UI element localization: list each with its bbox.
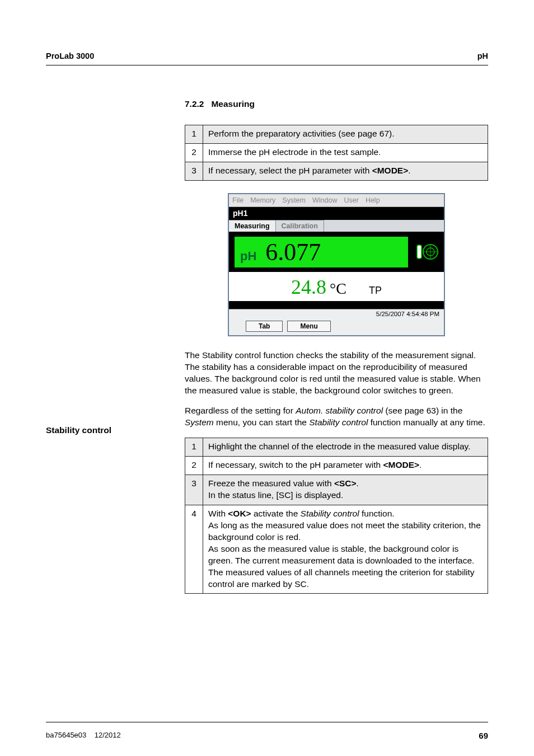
window-title: pH1 — [229, 207, 444, 220]
text: function. — [359, 509, 395, 518]
text: As long as the measured value does not m… — [208, 520, 481, 589]
menu-user[interactable]: User — [344, 196, 358, 204]
divider — [46, 65, 488, 65]
status-bar — [229, 301, 444, 309]
step-text: Freeze the measured value with <SC>. In … — [203, 475, 488, 505]
doc-id: ba75645e03 — [46, 731, 86, 739]
step-text: If necessary, select the pH parameter wi… — [203, 162, 488, 180]
page-number: 69 — [479, 731, 488, 740]
ph-value: 6.077 — [265, 238, 321, 266]
ph-reading: pH 6.077 — [235, 237, 408, 267]
step-text: If necessary, switch to the pH parameter… — [203, 457, 488, 475]
divider-bottom — [46, 722, 488, 722]
text: . — [408, 166, 410, 175]
text: If necessary, select the pH parameter wi… — [208, 166, 372, 175]
section-heading: 7.2.2 Measuring — [185, 99, 488, 109]
text: Regardless of the setting for — [185, 406, 296, 415]
step-text: Perform the preparatory activities (see … — [203, 125, 488, 144]
svg-rect-0 — [417, 245, 421, 259]
steps-table-1: 1 Perform the preparatory activities (se… — [185, 125, 488, 181]
text: activate the — [251, 509, 301, 518]
menubar: File Memory System Window User Help — [229, 194, 444, 207]
ph-label: pH — [240, 249, 256, 264]
tabs: Measuring Calibration — [229, 220, 444, 232]
text: . — [357, 478, 359, 488]
key-mode: <MODE> — [383, 460, 419, 469]
side-label-stability: Stability control — [46, 425, 111, 435]
step-text: Highlight the channel of the electrode i… — [203, 438, 488, 457]
tp-label: TP — [369, 285, 382, 297]
step-number: 2 — [185, 457, 203, 475]
key-sc: <SC> — [334, 478, 357, 488]
header-left: ProLab 3000 — [46, 51, 94, 60]
steps-table-2: 1 Highlight the channel of the electrode… — [185, 438, 488, 594]
menu-help[interactable]: Help — [366, 196, 380, 204]
temperature-value: 24.8 — [291, 276, 326, 298]
menu-memory[interactable]: Memory — [250, 196, 275, 204]
text: Freeze the measured value with — [208, 478, 334, 488]
menu-file[interactable]: File — [232, 196, 243, 204]
text-italic: Stability control — [301, 509, 359, 518]
menu-button[interactable]: Menu — [287, 321, 330, 332]
menu-system[interactable]: System — [282, 196, 306, 204]
paragraph: Regardless of the setting for Autom. sta… — [185, 405, 488, 429]
step-number: 4 — [185, 505, 203, 593]
menu-window[interactable]: Window — [312, 196, 337, 204]
step-number: 1 — [185, 125, 203, 144]
step-text: Immerse the pH electrode in the test sam… — [203, 143, 488, 162]
step-number: 3 — [185, 475, 203, 505]
paragraph: The Stability control function checks th… — [185, 350, 488, 397]
footer-left: ba75645e03 12/2012 — [46, 731, 121, 740]
text: . — [419, 460, 421, 469]
key-mode: <MODE> — [372, 166, 409, 175]
sensor-icon — [416, 241, 438, 262]
text: function manually at any time. — [368, 417, 485, 427]
key-ok: <OK> — [228, 509, 251, 518]
tab-button[interactable]: Tab — [246, 321, 283, 332]
device-screenshot: File Memory System Window User Help pH1 … — [228, 193, 445, 336]
text: (see page 63) in the — [383, 406, 462, 415]
step-number: 2 — [185, 143, 203, 162]
temperature-unit: °C — [330, 280, 346, 297]
text: If necessary, switch to the pH parameter… — [208, 460, 383, 469]
section-number: 7.2.2 — [185, 99, 204, 109]
step-text: With <OK> activate the Stability control… — [203, 505, 488, 593]
tab-calibration[interactable]: Calibration — [276, 220, 324, 232]
doc-date: 12/2012 — [95, 731, 121, 739]
tab-measuring[interactable]: Measuring — [229, 220, 276, 232]
text: In the status line, [SC] is displayed. — [208, 490, 343, 500]
timestamp: 5/25/2007 4:54:48 PM — [229, 309, 444, 318]
text-italic: System — [185, 417, 214, 427]
temperature-row: 24.8°C TP — [229, 272, 444, 301]
step-number: 3 — [185, 162, 203, 180]
text: menu, you can start the — [214, 417, 310, 427]
text-italic: Autom. stability control — [296, 406, 383, 415]
section-title-text: Measuring — [211, 99, 255, 109]
text: With — [208, 509, 228, 518]
header-right: pH — [477, 51, 488, 60]
step-number: 1 — [185, 438, 203, 457]
text-italic: Stability control — [309, 417, 368, 427]
